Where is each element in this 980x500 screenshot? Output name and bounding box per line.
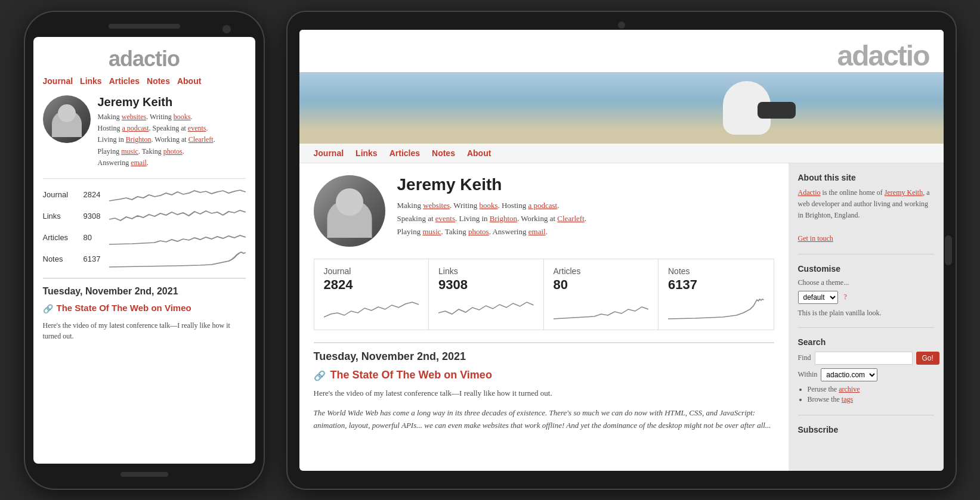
tablet-stats-grid: Journal 2824 Links 9308 Ar	[314, 259, 774, 330]
sidebar-about-title: About this site	[798, 173, 934, 182]
tablet-bio-brighton-link[interactable]: Brighton	[490, 214, 517, 223]
sidebar-within-label: Within	[798, 370, 818, 379]
tablet-nav-articles[interactable]: Articles	[389, 148, 420, 158]
phone-nav-about[interactable]: About	[177, 76, 201, 86]
tablet-stat-articles-label: Articles	[554, 266, 649, 276]
tablet-header: adactio	[299, 30, 944, 72]
tablet-hero-image	[299, 72, 944, 144]
sidebar-archive-link[interactable]: archive	[839, 385, 860, 393]
tablet-stat-notes: Notes 6137	[659, 259, 774, 330]
helmet-body	[723, 81, 771, 135]
sidebar-get-in-touch-link[interactable]: Get in touch	[798, 234, 833, 243]
sidebar-choose-theme-label: Choose a theme...	[798, 278, 934, 287]
sidebar-theme-desc: This is the plain vanilla look.	[798, 309, 934, 318]
phone-bio: Jeremy Keith Making websites. Writing bo…	[98, 95, 215, 169]
phone-bio-music-link[interactable]: music	[121, 147, 138, 156]
sidebar-about-text: Adactio is the online home of Jeremy Kei…	[798, 187, 934, 222]
phone-article-link: 🔗 The State Of The Web on Vimeo	[43, 303, 246, 314]
sidebar-go-button[interactable]: Go!	[916, 352, 939, 365]
tablet-bio-websites-link[interactable]: websites	[423, 201, 450, 210]
tablet-bio-podcast-link[interactable]: a podcast	[528, 201, 557, 210]
phone-avatar	[43, 95, 91, 143]
phone-stat-journal-label: Journal	[43, 190, 79, 199]
phone-stat-articles-count: 80	[84, 233, 104, 242]
tablet-nav-journal[interactable]: Journal	[314, 148, 344, 158]
tablet-bio-photos-link[interactable]: photos	[468, 227, 489, 236]
sidebar-about-section: About this site Adactio is the online ho…	[798, 173, 934, 254]
phone-stat-links: Links 9308	[43, 207, 246, 225]
phone-home-button[interactable]	[120, 472, 168, 477]
tablet-nav-about[interactable]: About	[467, 148, 491, 158]
sidebar-within-select[interactable]: adactio.com	[821, 368, 877, 381]
phone-sparkline-journal	[109, 186, 246, 204]
tablet-bio-email-link[interactable]: email	[528, 227, 546, 236]
sidebar-theme-help-link[interactable]: ?	[844, 293, 847, 302]
tablet-name: Jeremy Keith	[397, 175, 587, 194]
sidebar-adactio-link[interactable]: Adactio	[798, 188, 821, 197]
phone-bio-photos-link[interactable]: photos	[163, 147, 183, 156]
sidebar-customise-title: Customise	[798, 264, 934, 274]
phone-bio-brighton-link[interactable]: Brighton	[126, 135, 152, 144]
sidebar-search-input[interactable]	[815, 352, 913, 365]
tablet-stat-links-label: Links	[438, 266, 534, 276]
tablet-sparkline-notes	[668, 296, 764, 320]
tablet-nav-notes[interactable]: Notes	[432, 148, 455, 158]
phone-nav-links[interactable]: Links	[80, 76, 102, 86]
phone-speaker	[109, 24, 180, 29]
tablet-stat-journal-count: 2824	[324, 277, 419, 293]
phone-sparkline-links	[109, 207, 246, 225]
tablet-link-icon: 🔗	[314, 370, 326, 381]
phone-date: Tuesday, November 2nd, 2021	[43, 278, 246, 297]
tablet-nav: Journal Links Articles Notes About	[299, 144, 944, 163]
phone-nav: Journal Links Articles Notes About	[43, 76, 246, 86]
tablet-bio-music-link[interactable]: music	[422, 227, 441, 236]
sidebar-theme-select[interactable]: default	[798, 291, 838, 304]
phone-bio-clearleft-link[interactable]: Clearleft	[188, 135, 214, 144]
tablet-stat-journal: Journal 2824	[314, 259, 429, 330]
phone-bio-books-link[interactable]: books	[174, 113, 191, 121]
phone-name: Jeremy Keith	[98, 95, 215, 109]
phone-stat-links-count: 9308	[84, 212, 104, 221]
sidebar-customise-section: Customise Choose a theme... default ? Th…	[798, 264, 934, 328]
sidebar-peruse-label: Peruse the	[808, 385, 839, 393]
tablet-sparkline-journal	[324, 296, 419, 320]
phone-stat-journal: Journal 2824	[43, 186, 246, 204]
helmet-visor	[758, 102, 796, 119]
phone-bio-podcast-link[interactable]: a podcast	[122, 124, 149, 132]
sidebar-jeremy-link[interactable]: Jeremy Keith	[885, 188, 923, 197]
tablet-body: Jeremy Keith Making websites. Writing bo…	[299, 163, 944, 471]
phone-nav-articles[interactable]: Articles	[109, 76, 140, 86]
tablet-home-button[interactable]	[945, 235, 952, 265]
sidebar-archive-item: Peruse the archive	[808, 385, 934, 394]
phone-link-icon: 🔗	[43, 304, 53, 314]
sidebar-browse-label: Browse the	[808, 395, 842, 403]
tablet-stat-articles: Articles 80	[544, 259, 659, 330]
tablet-main: Jeremy Keith Making websites. Writing bo…	[299, 163, 789, 471]
tablet-article-title[interactable]: The State Of The Web on Vimeo	[330, 369, 492, 381]
sidebar-tags-link[interactable]: tags	[842, 395, 853, 403]
stormtrooper-image	[693, 72, 824, 144]
phone-stat-articles-label: Articles	[43, 233, 79, 242]
phone-bio-events-link[interactable]: events	[188, 124, 206, 132]
tablet-stat-journal-label: Journal	[324, 266, 419, 276]
phone-bio-websites-link[interactable]: websites	[122, 113, 146, 121]
tablet-profile: Jeremy Keith Making websites. Writing bo…	[314, 175, 774, 247]
sidebar-tags-item: Browse the tags	[808, 395, 934, 404]
tablet-bio-clearleft-link[interactable]: Clearleft	[557, 214, 584, 223]
phone-profile: Jeremy Keith Making websites. Writing bo…	[43, 95, 246, 169]
tablet-device: adactio Journal Links Articles Notes Abo…	[287, 12, 956, 489]
tablet-nav-links[interactable]: Links	[355, 148, 378, 158]
tablet-stat-notes-count: 6137	[668, 277, 764, 293]
tablet-bio-books-link[interactable]: books	[479, 201, 497, 210]
phone-nav-notes[interactable]: Notes	[147, 76, 170, 86]
tablet-bio-events-link[interactable]: events	[435, 214, 455, 223]
phone-bio-email-link[interactable]: email	[131, 159, 147, 167]
phone-article-title[interactable]: The State Of The Web on Vimeo	[57, 303, 191, 313]
phone-bio-text: Making websites. Writing books. Hosting …	[98, 111, 215, 169]
phone-nav-journal[interactable]: Journal	[43, 76, 73, 86]
tablet-stat-notes-label: Notes	[668, 266, 764, 276]
tablet-avatar	[314, 175, 385, 247]
tablet-stat-links: Links 9308	[429, 259, 544, 330]
phone-article-desc: Here's the video of my latest conference…	[43, 320, 246, 341]
phone-stat-articles: Articles 80	[43, 229, 246, 247]
